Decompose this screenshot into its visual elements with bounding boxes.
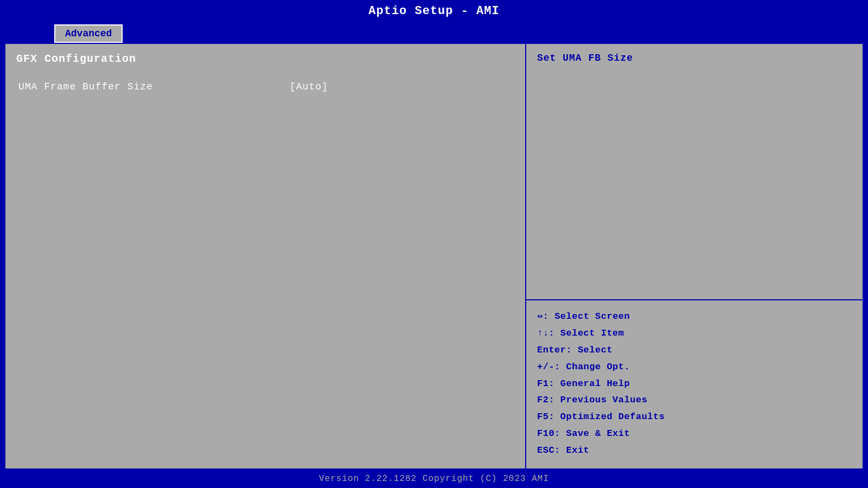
left-panel: GFX Configuration UMA Frame Buffer Size … <box>5 44 526 468</box>
config-label-uma: UMA Frame Buffer Size <box>18 81 290 92</box>
help-title: Set UMA FB Size <box>537 53 633 63</box>
footer-text: Version 2.22.1282 Copyright (C) 2023 AMI <box>319 474 549 484</box>
footer: Version 2.22.1282 Copyright (C) 2023 AMI <box>0 470 868 488</box>
key-hint-0: ⇔: Select Screen <box>537 309 852 325</box>
tab-advanced[interactable]: Advanced <box>54 24 123 43</box>
tab-row: Advanced <box>0 22 868 43</box>
app-title: Aptio Setup - AMI <box>0 0 868 22</box>
key-hint-2: Enter: Select <box>537 343 852 358</box>
key-hint-6: F5: Optimized Defaults <box>537 409 852 425</box>
main-content: GFX Configuration UMA Frame Buffer Size … <box>4 43 864 470</box>
help-text-area: Set UMA FB Size <box>526 44 863 299</box>
header-title: Aptio Setup - AMI <box>368 4 499 18</box>
config-row-uma[interactable]: UMA Frame Buffer Size [Auto] <box>16 78 514 95</box>
key-hint-4: F1: General Help <box>537 376 852 392</box>
key-hint-8: ESC: Exit <box>537 443 852 459</box>
key-hint-5: F2: Previous Values <box>537 393 852 408</box>
key-hint-7: F10: Save & Exit <box>537 426 852 442</box>
key-hint-1: ↑↓: Select Item <box>537 326 852 342</box>
key-help: ⇔: Select Screen ↑↓: Select Item Enter: … <box>526 300 863 468</box>
section-title: GFX Configuration <box>16 53 514 65</box>
right-panel: Set UMA FB Size ⇔: Select Screen ↑↓: Sel… <box>526 44 863 468</box>
config-value-uma: [Auto] <box>290 81 328 92</box>
key-hint-3: +/-: Change Opt. <box>537 359 852 375</box>
